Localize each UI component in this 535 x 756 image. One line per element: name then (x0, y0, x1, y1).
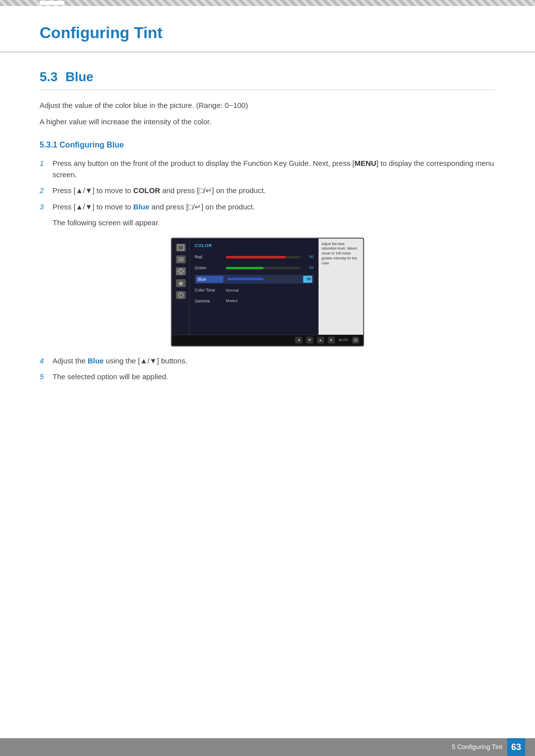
step-number-4: 4 (40, 355, 48, 367)
svg-marker-11 (330, 339, 332, 342)
footer-section-label: 5 Configuring Tint (452, 742, 502, 752)
bottom-btn-power (352, 337, 359, 344)
step-text-2: Press [▲/▼] to move to COLOR and press [… (53, 185, 266, 197)
description-1: Adjust the value of the color blue in th… (40, 100, 495, 111)
step-number-1: 1 (40, 158, 48, 169)
step-4: 4 Adjust the Blue using the [▲/▼] button… (40, 355, 495, 367)
monitor-inner: COLOR Red 90 Green (172, 239, 363, 335)
main-content: 5.3 Blue Adjust the value of the color b… (0, 52, 535, 417)
section-heading: 5.3 Blue (40, 67, 495, 90)
footer-page-number: 63 (507, 738, 525, 756)
menu-value-colortone: Normal (226, 288, 239, 294)
step-3: 3 Press [▲/▼] to move to Blue and press … (40, 202, 495, 213)
menu-label-blue: Blue (196, 276, 223, 283)
page-title: Configuring Tint (40, 21, 495, 45)
svg-marker-8 (298, 339, 300, 342)
sidebar-icon-4 (176, 279, 186, 287)
svg-marker-9 (308, 339, 311, 341)
step-number-5: 5 (40, 371, 48, 383)
menu-value-green: 50 (305, 265, 314, 271)
bottom-btn-right (328, 337, 335, 344)
subsection-heading: 5.3.1 Configuring Blue (40, 139, 495, 151)
step-text-1: Press any button on the front of the pro… (53, 158, 495, 180)
steps-list: 1 Press any button on the front of the p… (40, 158, 495, 229)
monitor-mockup: COLOR Red 90 Green (171, 238, 364, 347)
menu-value-blue: 50 (303, 276, 312, 283)
step-number-3: 3 (40, 202, 48, 213)
step-1: 1 Press any button on the front of the p… (40, 158, 495, 180)
bar-fill-green (226, 267, 264, 269)
menu-label-colortone: Color Tone (195, 287, 222, 294)
sidebar-icon-5 (176, 291, 186, 299)
bar-track-red (226, 256, 301, 258)
description-2: A higher value will increase the intensi… (40, 116, 495, 128)
menu-item-blue: Blue 50 (195, 275, 314, 284)
step-number-2: 2 (40, 185, 48, 197)
subsection-title: Configuring Blue (59, 141, 124, 149)
menu-item-green: Green 50 (195, 264, 314, 272)
bottom-label-auto: AUTO (339, 338, 348, 343)
bar-fill-blue (227, 278, 264, 280)
menu-item-colortone: Color Tone Normal (195, 286, 314, 295)
sidebar-icon-1 (176, 244, 186, 252)
menu-value-gamma: Mode1 (226, 298, 238, 304)
svg-point-7 (180, 296, 181, 297)
top-stripe-decoration (0, 0, 535, 6)
bar-track-green (226, 267, 301, 269)
sidebar-icon-3 (176, 267, 186, 275)
svg-marker-10 (319, 339, 322, 341)
menu-title: COLOR (195, 243, 314, 250)
stripe-rect (40, 1, 64, 5)
step-3-sub: The following screen will appear. (53, 217, 495, 229)
svg-point-4 (179, 269, 183, 273)
menu-item-gamma: Gamma Mode1 (195, 297, 314, 305)
step-5: 5 The selected option will be applied. (40, 371, 495, 383)
tooltip-text: Adjust the blue saturation level. Values… (321, 242, 357, 265)
bar-container-red (226, 256, 301, 258)
step-text-5: The selected option will be applied. (53, 371, 168, 383)
page-footer: 5 Configuring Tint 63 (0, 738, 535, 756)
monitor-sidebar (172, 239, 190, 335)
bottom-btn-down (306, 337, 313, 344)
menu-label-gamma: Gamma (195, 298, 222, 304)
step-text-4: Adjust the Blue using the [▲/▼] buttons. (53, 355, 187, 367)
section-number: 5.3 (40, 67, 57, 87)
bar-container-green (226, 267, 301, 269)
monitor-menu: COLOR Red 90 Green (190, 239, 319, 335)
monitor-tooltip: Adjust the blue saturation level. Values… (319, 239, 363, 335)
monitor-bottom-bar: AUTO (172, 335, 363, 346)
menu-item-red: Red 90 (195, 253, 314, 261)
svg-rect-0 (178, 245, 184, 250)
bottom-btn-up (317, 337, 324, 344)
step-text-3: Press [▲/▼] to move to Blue and press [□… (53, 202, 255, 213)
page-header: Configuring Tint (0, 6, 535, 52)
menu-label-green: Green (195, 265, 222, 271)
menu-value-red: 90 (305, 254, 314, 260)
monitor-container: COLOR Red 90 Green (40, 238, 495, 347)
step-2: 2 Press [▲/▼] to move to COLOR and press… (40, 185, 495, 197)
menu-label-red: Red (195, 254, 222, 260)
subsection-number: 5.3.1 (40, 141, 57, 149)
section-title: Blue (65, 67, 93, 87)
bar-track-blue (227, 278, 299, 280)
bottom-btn-left (295, 337, 302, 344)
sidebar-icon-2 (176, 255, 186, 263)
bar-container-blue (227, 278, 299, 280)
bar-fill-red (226, 256, 286, 258)
steps-list-2: 4 Adjust the Blue using the [▲/▼] button… (40, 355, 495, 383)
